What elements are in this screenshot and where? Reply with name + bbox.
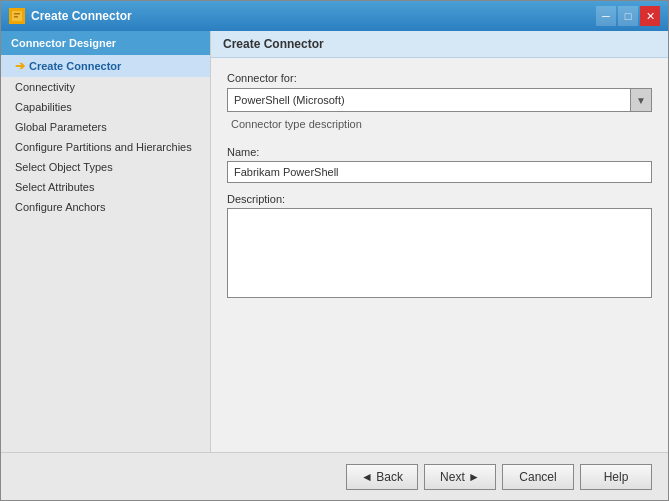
window-title: Create Connector [31, 9, 132, 23]
sidebar-item-configure-anchors-label: Configure Anchors [15, 201, 106, 213]
title-bar-controls: ─ □ ✕ [596, 6, 660, 26]
sidebar-item-connectivity-label: Connectivity [15, 81, 75, 93]
sidebar-item-connectivity[interactable]: Connectivity [1, 77, 210, 97]
maximize-button[interactable]: □ [618, 6, 638, 26]
content-body: Connector for: PowerShell (Microsoft) Ac… [211, 58, 668, 452]
sidebar-header: Connector Designer [1, 31, 210, 55]
connector-type-dropdown[interactable]: PowerShell (Microsoft) Active Directory … [227, 88, 652, 112]
next-label: Next ► [440, 470, 480, 484]
connector-for-label: Connector for: [227, 72, 652, 84]
back-label: ◄ Back [361, 470, 403, 484]
sidebar: Connector Designer ➔ Create Connector Co… [1, 31, 211, 452]
sidebar-item-create-connector-label: Create Connector [29, 60, 121, 72]
footer: ◄ Back Next ► Cancel Help [1, 452, 668, 500]
title-bar: Create Connector ─ □ ✕ [1, 1, 668, 31]
sidebar-item-capabilities[interactable]: Capabilities [1, 97, 210, 117]
description-label: Description: [227, 193, 652, 205]
sidebar-item-global-parameters-label: Global Parameters [15, 121, 107, 133]
help-label: Help [604, 470, 629, 484]
svg-rect-2 [14, 16, 18, 18]
cancel-button[interactable]: Cancel [502, 464, 574, 490]
cancel-label: Cancel [519, 470, 556, 484]
content-area: Create Connector Connector for: PowerShe… [211, 31, 668, 452]
arrow-icon: ➔ [15, 59, 25, 73]
sidebar-item-capabilities-label: Capabilities [15, 101, 72, 113]
name-label: Name: [227, 146, 652, 158]
main-window: Create Connector ─ □ ✕ Connector Designe… [0, 0, 669, 501]
sidebar-item-configure-partitions[interactable]: Configure Partitions and Hierarchies [1, 137, 210, 157]
main-area: Connector Designer ➔ Create Connector Co… [1, 31, 668, 452]
sidebar-item-select-object-types-label: Select Object Types [15, 161, 113, 173]
next-button[interactable]: Next ► [424, 464, 496, 490]
sidebar-item-configure-anchors[interactable]: Configure Anchors [1, 197, 210, 217]
sidebar-item-select-object-types[interactable]: Select Object Types [1, 157, 210, 177]
minimize-button[interactable]: ─ [596, 6, 616, 26]
connector-type-dropdown-wrapper: PowerShell (Microsoft) Active Directory … [227, 88, 652, 112]
sidebar-item-select-attributes-label: Select Attributes [15, 181, 95, 193]
svg-rect-1 [14, 13, 20, 15]
help-button[interactable]: Help [580, 464, 652, 490]
name-input[interactable] [227, 161, 652, 183]
title-bar-left: Create Connector [9, 8, 132, 24]
sidebar-item-select-attributes[interactable]: Select Attributes [1, 177, 210, 197]
back-button[interactable]: ◄ Back [346, 464, 418, 490]
sidebar-item-configure-partitions-label: Configure Partitions and Hierarchies [15, 141, 192, 153]
sidebar-item-create-connector[interactable]: ➔ Create Connector [1, 55, 210, 77]
close-button[interactable]: ✕ [640, 6, 660, 26]
connector-type-description: Connector type description [227, 118, 652, 130]
app-icon [9, 8, 25, 24]
description-textarea[interactable] [227, 208, 652, 298]
sidebar-item-global-parameters[interactable]: Global Parameters [1, 117, 210, 137]
content-header: Create Connector [211, 31, 668, 58]
